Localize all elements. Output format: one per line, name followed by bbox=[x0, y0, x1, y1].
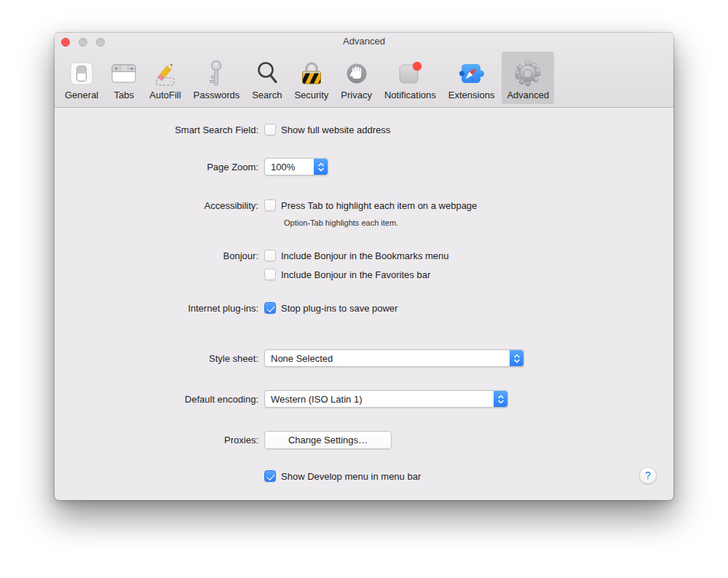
security-lock-icon bbox=[299, 58, 324, 90]
notifications-badge-icon bbox=[397, 58, 423, 90]
tab-label: Advanced bbox=[507, 90, 549, 100]
internet-plugins-label: Internet plug-ins: bbox=[55, 303, 258, 314]
checkbox-label[interactable]: Press Tab to highlight each item on a we… bbox=[281, 200, 477, 211]
accessibility-label: Accessibility: bbox=[55, 200, 258, 211]
bonjour-favorites-checkbox[interactable] bbox=[264, 269, 276, 280]
tab-security[interactable]: Security bbox=[289, 52, 333, 104]
advanced-gear-icon bbox=[514, 58, 542, 90]
tab-label: Search bbox=[252, 90, 282, 100]
row-smart-search-field: Smart Search Field: Show full website ad… bbox=[55, 120, 673, 139]
help-button[interactable]: ? bbox=[639, 467, 657, 484]
tab-search[interactable]: Search bbox=[247, 52, 287, 104]
row-accessibility: Accessibility: Press Tab to highlight ea… bbox=[55, 196, 673, 215]
tab-label: AutoFill bbox=[149, 90, 181, 100]
tab-advanced[interactable]: Advanced bbox=[502, 52, 554, 104]
checkbox-label[interactable]: Stop plug-ins to save power bbox=[281, 303, 397, 314]
page-zoom-popup[interactable]: 100% bbox=[264, 158, 328, 175]
passwords-key-icon bbox=[207, 58, 225, 90]
stop-plugins-checkbox[interactable] bbox=[264, 302, 276, 314]
tab-label: Security bbox=[294, 90, 328, 100]
row-style-sheet: Style sheet: None Selected bbox=[55, 349, 673, 368]
popup-chevrons-icon bbox=[510, 350, 523, 366]
bonjour-bookmarks-checkbox[interactable] bbox=[264, 250, 276, 261]
page-zoom-label: Page Zoom: bbox=[55, 162, 258, 173]
show-develop-menu-checkbox[interactable] bbox=[264, 470, 276, 482]
row-page-zoom: Page Zoom: 100% bbox=[55, 157, 673, 176]
autofill-pencil-icon bbox=[151, 58, 179, 90]
preferences-toolbar: General × + Tabs bbox=[60, 51, 554, 105]
style-sheet-select[interactable]: None Selected bbox=[264, 349, 524, 367]
extensions-puzzle-icon bbox=[458, 58, 486, 90]
tab-label: Extensions bbox=[448, 90, 495, 100]
tab-tabs[interactable]: × + Tabs bbox=[106, 52, 142, 104]
page-zoom-value: 100% bbox=[265, 162, 314, 173]
safari-preferences-window: Advanced General bbox=[55, 33, 673, 500]
search-magnifier-icon bbox=[255, 58, 280, 90]
tab-label: Passwords bbox=[194, 90, 240, 100]
tab-label: Privacy bbox=[341, 90, 372, 100]
checkbox-label[interactable]: Show full website address bbox=[281, 124, 390, 135]
popup-chevrons-icon bbox=[314, 159, 328, 175]
bonjour-label: Bonjour: bbox=[55, 250, 258, 261]
tab-label: General bbox=[65, 90, 98, 100]
general-switch-icon bbox=[69, 58, 94, 90]
tab-passwords[interactable]: Passwords bbox=[189, 52, 245, 104]
desktop-background: Advanced General bbox=[0, 0, 728, 578]
tab-label: Tabs bbox=[114, 90, 134, 100]
checkbox-label[interactable]: Show Develop menu in menu bar bbox=[281, 471, 421, 482]
change-settings-button[interactable]: Change Settings… bbox=[264, 431, 392, 449]
svg-text:×: × bbox=[114, 66, 119, 72]
accessibility-note: Option-Tab highlights each item. bbox=[284, 218, 398, 227]
default-encoding-value: Western (ISO Latin 1) bbox=[265, 394, 494, 405]
press-tab-highlight-checkbox[interactable] bbox=[264, 199, 276, 211]
row-proxies: Proxies: Change Settings… bbox=[55, 430, 673, 449]
svg-text:+: + bbox=[129, 65, 135, 72]
popup-chevrons-icon bbox=[494, 391, 507, 407]
row-bonjour-1: Bonjour: Include Bonjour in the Bookmark… bbox=[55, 246, 673, 265]
tabs-window-icon: × + bbox=[111, 58, 137, 90]
privacy-hand-icon bbox=[344, 58, 369, 90]
tab-general[interactable]: General bbox=[60, 52, 103, 104]
tab-autofill[interactable]: AutoFill bbox=[144, 52, 186, 104]
style-sheet-value: None Selected bbox=[265, 353, 510, 364]
tab-label: Notifications bbox=[384, 90, 436, 100]
style-sheet-label: Style sheet: bbox=[55, 353, 258, 364]
row-default-encoding: Default encoding: Western (ISO Latin 1) bbox=[55, 389, 673, 408]
show-full-website-address-checkbox[interactable] bbox=[264, 124, 276, 135]
tab-notifications[interactable]: Notifications bbox=[379, 52, 441, 104]
default-encoding-label: Default encoding: bbox=[55, 394, 258, 405]
row-internet-plugins: Internet plug-ins: Stop plug-ins to save… bbox=[55, 298, 673, 317]
checkbox-label[interactable]: Include Bonjour in the Favorites bar bbox=[281, 269, 430, 280]
tab-privacy[interactable]: Privacy bbox=[336, 52, 377, 104]
row-develop-menu: Show Develop menu in menu bar bbox=[55, 467, 673, 486]
row-bonjour-2: Include Bonjour in the Favorites bar bbox=[55, 265, 673, 284]
window-title: Advanced bbox=[55, 36, 673, 47]
window-header: Advanced General bbox=[55, 33, 673, 108]
default-encoding-select[interactable]: Western (ISO Latin 1) bbox=[264, 390, 508, 408]
proxies-label: Proxies: bbox=[55, 435, 258, 446]
tab-extensions[interactable]: Extensions bbox=[443, 52, 500, 104]
checkbox-label[interactable]: Include Bonjour in the Bookmarks menu bbox=[281, 250, 449, 261]
smart-search-field-label: Smart Search Field: bbox=[55, 124, 258, 135]
